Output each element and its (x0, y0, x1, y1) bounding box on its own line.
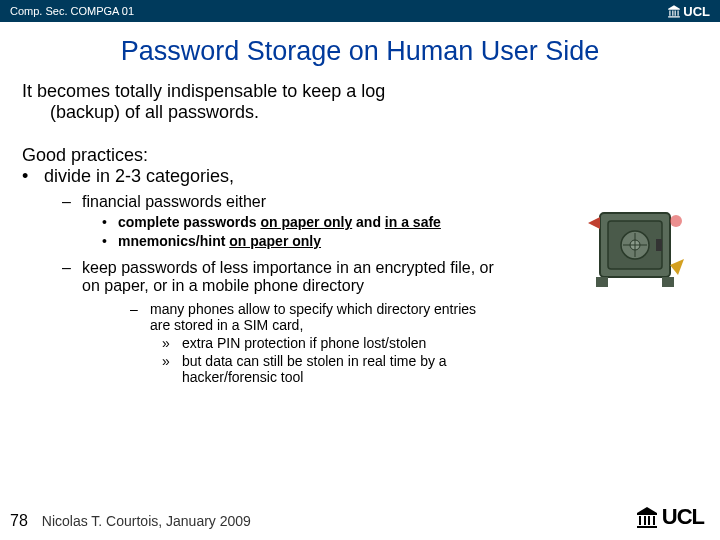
bullet-dot-icon: • (22, 166, 44, 187)
svg-rect-6 (656, 239, 662, 251)
chev-pin-text: extra PIN protection if phone lost/stole… (182, 335, 426, 351)
dash-keep-text: keep passwords of less importance in an … (82, 259, 512, 295)
chev-hacker-text: but data can still be stolen in real tim… (182, 353, 532, 385)
course-code: Comp. Sec. COMPGA 01 (10, 5, 134, 17)
footer: 78 Nicolas T. Courtois, January 2009 UCL (0, 504, 720, 530)
portico-icon (667, 4, 681, 18)
slide-title: Password Storage on Human User Side (0, 36, 720, 67)
safe-illustration (586, 205, 686, 293)
dash2-phones-text: many phones allow to specify which direc… (150, 301, 500, 333)
good-practices-heading: Good practices: (22, 145, 700, 166)
author-line: Nicolas T. Courtois, January 2009 (42, 513, 251, 529)
footer-left: 78 Nicolas T. Courtois, January 2009 (10, 512, 251, 530)
intro-line2: (backup) of all passwords. (22, 102, 700, 123)
chev-pin: » extra PIN protection if phone lost/sto… (22, 335, 700, 351)
ucl-wordmark-small: UCL (683, 4, 710, 19)
dash-icon: – (62, 193, 82, 211)
chev-hacker: » but data can still be stolen in real t… (22, 353, 700, 385)
dot-complete-text: complete passwords on paper only and in … (118, 214, 441, 230)
intro-paragraph: It becomes totally indispensable to keep… (22, 81, 700, 123)
dash2-phones: – many phones allow to specify which dir… (22, 301, 700, 333)
dot-mnemonics-text: mnemonics/hint on paper only (118, 233, 321, 249)
portico-icon (635, 505, 659, 529)
small-bullet-icon: • (102, 214, 118, 230)
bullet-divide-text: divide in 2-3 categories, (44, 166, 234, 187)
page-number: 78 (10, 512, 28, 530)
header-bar: Comp. Sec. COMPGA 01 UCL (0, 0, 720, 22)
dash-financial-text: financial passwords either (82, 193, 266, 211)
svg-point-9 (670, 215, 682, 227)
intro-line1: It becomes totally indispensable to keep… (22, 81, 700, 102)
small-bullet-icon: • (102, 233, 118, 249)
svg-rect-7 (596, 277, 608, 287)
bullet-divide: • divide in 2-3 categories, (22, 166, 700, 187)
chevron-icon: » (162, 353, 182, 385)
ucl-logo-large: UCL (635, 504, 704, 530)
ucl-logo-small: UCL (667, 0, 710, 22)
ucl-wordmark-large: UCL (662, 504, 704, 530)
svg-rect-8 (662, 277, 674, 287)
chevron-icon: » (162, 335, 182, 351)
dash-icon: – (62, 259, 82, 295)
dash-icon: – (130, 301, 150, 333)
